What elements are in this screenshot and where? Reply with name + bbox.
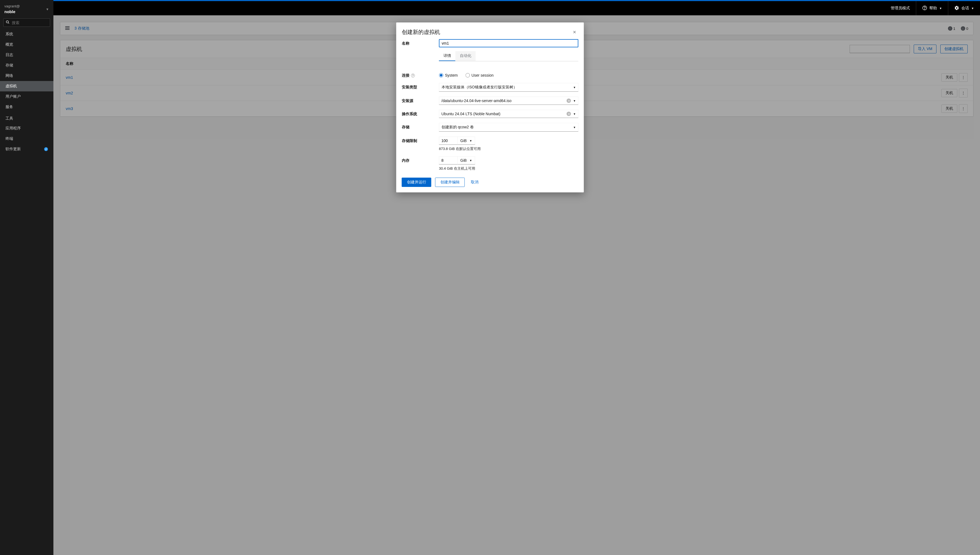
nav-label: 网络 — [5, 73, 13, 78]
memory-unit-select[interactable]: GiB ▼ — [458, 156, 475, 164]
install-type-select[interactable]: 本地安装媒体（ISO镜像或者发行版安装树） ▼ — [439, 83, 578, 92]
sidebar-user: vagrant@ — [4, 4, 20, 9]
close-button[interactable]: × — [571, 28, 578, 36]
chevron-down-icon: ▼ — [939, 7, 942, 10]
host-switcher[interactable]: vagrant@ noble ▼ — [0, 0, 53, 18]
close-icon: × — [573, 29, 576, 35]
topbar-label: 会话 — [961, 6, 969, 11]
tab-details[interactable]: 详情 — [439, 51, 455, 61]
install-type-label: 安装类型 — [402, 83, 434, 90]
svg-line-1 — [8, 23, 9, 24]
nav-item-storage[interactable]: 存储 — [0, 60, 53, 71]
session-menu[interactable]: 会话 ▼ — [948, 1, 980, 15]
memory-input[interactable] — [439, 156, 458, 164]
dialog-footer: 创建并运行 创建并编辑 取消 — [402, 176, 578, 187]
unit-value: GiB — [460, 138, 467, 143]
cancel-button[interactable]: 取消 — [468, 178, 481, 187]
storage-select[interactable]: 创建新的 qcow2 卷 ▼ — [439, 123, 578, 132]
topbar-label: 帮助 — [929, 6, 937, 11]
os-label: 操作系统 — [402, 110, 434, 117]
search-icon — [6, 20, 10, 25]
install-source-label: 安装源 — [402, 96, 434, 103]
nav-item-network[interactable]: 网络 — [0, 71, 53, 81]
select-value: 创建新的 qcow2 卷 — [441, 125, 474, 130]
os-combo[interactable]: Ubuntu 24.04 LTS (Noble Numbat) ✕ ▼ — [439, 110, 578, 118]
nav-item-updates[interactable]: 软件更新 i — [0, 144, 53, 154]
chevron-down-icon: ▼ — [971, 7, 974, 10]
info-icon: i — [44, 147, 48, 151]
clear-icon[interactable]: ✕ — [567, 98, 571, 103]
help-icon[interactable]: ? — [411, 74, 415, 77]
nav-item-system[interactable]: 系统 — [0, 29, 53, 39]
label-text: 连接 — [402, 73, 409, 78]
storage-limit-input[interactable] — [439, 136, 458, 145]
radio-user-input[interactable] — [465, 73, 470, 77]
chevron-down-icon: ▼ — [470, 139, 472, 142]
name-label: 名称 — [402, 39, 434, 46]
install-source-combo[interactable]: /data/ubuntu-24.04-live-server-amd64.iso… — [439, 96, 578, 105]
nav-label: 虚拟机 — [5, 84, 17, 89]
svg-point-0 — [6, 21, 8, 23]
topbar: 管理员模式 帮助 ▼ 会话 ▼ — [53, 1, 980, 15]
sidebar: vagrant@ noble ▼ 系统 概览 日志 存储 网络 虚拟机 用户账户… — [0, 0, 53, 555]
help-menu[interactable]: 帮助 ▼ — [916, 1, 948, 15]
nav-label: 应用程序 — [5, 126, 21, 131]
radio-label: User session — [471, 73, 494, 77]
nav-item-logs[interactable]: 日志 — [0, 50, 53, 60]
nav-label: 软件更新 — [5, 147, 21, 152]
combo-value: Ubuntu 24.04 LTS (Noble Numbat) — [441, 112, 565, 116]
svg-point-3 — [925, 9, 925, 9]
radio-system[interactable]: System — [439, 73, 458, 77]
chevron-down-icon: ▼ — [573, 126, 576, 129]
tab-automation[interactable]: 自动化 — [455, 51, 476, 61]
storage-limit-unit-select[interactable]: GiB ▼ — [458, 136, 475, 145]
nav-item-accounts[interactable]: 用户账户 — [0, 91, 53, 102]
clear-icon[interactable]: ✕ — [567, 112, 571, 116]
nav-section-tools: 工具 — [0, 112, 53, 123]
search-input[interactable] — [12, 21, 48, 25]
nav-label: 服务 — [5, 104, 13, 109]
gear-icon — [954, 5, 959, 11]
radio-system-input[interactable] — [439, 73, 443, 77]
nav-label: 概览 — [5, 42, 13, 47]
nav-label: 日志 — [5, 53, 13, 58]
radio-user-session[interactable]: User session — [465, 73, 494, 77]
nav-label: 系统 — [5, 32, 13, 37]
storage-limit-label: 存储限制 — [402, 136, 434, 143]
nav-item-services[interactable]: 服务 — [0, 102, 53, 112]
dialog-tabs: 详情 自动化 — [439, 51, 578, 61]
sidebar-host: noble — [4, 9, 20, 14]
topbar-label: 管理员模式 — [891, 6, 910, 11]
create-vm-dialog: 创建新的虚拟机 × 名称 详情 自动化 连接 ? — [396, 22, 584, 192]
chevron-down-icon: ▼ — [573, 112, 576, 115]
admin-mode-button[interactable]: 管理员模式 — [885, 1, 916, 15]
name-input[interactable] — [439, 39, 578, 47]
chevron-down-icon: ▼ — [470, 159, 472, 162]
memory-label: 内存 — [402, 156, 434, 163]
unit-value: GiB — [460, 158, 467, 162]
combo-value: /data/ubuntu-24.04-live-server-amd64.iso — [441, 98, 565, 103]
nav-item-terminal[interactable]: 终端 — [0, 133, 53, 144]
nav-item-overview[interactable]: 概览 — [0, 39, 53, 50]
create-and-run-button[interactable]: 创建并运行 — [402, 178, 431, 187]
connection-label: 连接 ? — [402, 71, 434, 78]
chevron-down-icon: ▼ — [573, 86, 576, 89]
dialog-title: 创建新的虚拟机 — [402, 29, 440, 36]
nav-label: 终端 — [5, 136, 13, 141]
radio-label: System — [445, 73, 458, 77]
storage-label: 存储 — [402, 123, 434, 130]
select-value: 本地安装媒体（ISO镜像或者发行版安装树） — [441, 85, 517, 90]
storage-limit-hint: 873.8 GiB 在默认位置可用 — [439, 146, 578, 151]
help-icon — [922, 5, 927, 11]
nav-label: 存储 — [5, 63, 13, 68]
memory-hint: 30.4 GiB 在主机上可用 — [439, 166, 578, 171]
create-and-edit-button[interactable]: 创建并编辑 — [435, 178, 465, 187]
nav-item-vm[interactable]: 虚拟机 — [0, 81, 53, 91]
chevron-down-icon: ▼ — [573, 99, 576, 103]
nav-label: 用户账户 — [5, 94, 21, 99]
nav-item-apps[interactable]: 应用程序 — [0, 123, 53, 133]
chevron-down-icon: ▼ — [46, 7, 49, 11]
search-input-wrap[interactable] — [3, 18, 50, 27]
